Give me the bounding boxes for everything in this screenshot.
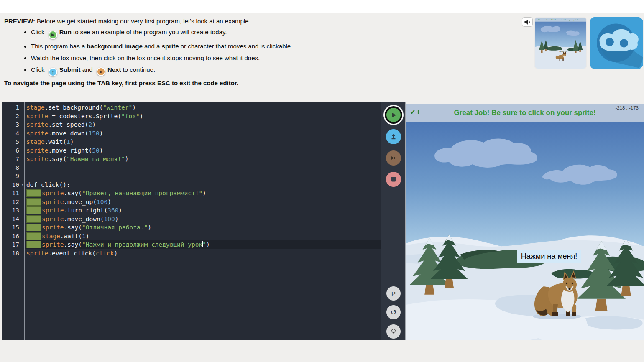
bullet-text: Submit <box>59 66 81 73</box>
code-line-7[interactable]: 7sprite.say("Нажми на меня!") <box>2 155 381 163</box>
check-plus-icon: ✓+ <box>410 107 421 117</box>
code-text[interactable]: sprite.move_down(150) <box>24 129 381 138</box>
codesters-logo <box>590 17 643 69</box>
indent-block <box>26 189 41 197</box>
bullet-program: This program has a background image and … <box>31 42 514 51</box>
codesters-logo-thumbnail[interactable] <box>590 17 643 69</box>
stop-button[interactable] <box>386 172 401 187</box>
line-number: 2 <box>2 112 24 121</box>
code-text[interactable]: sprite = codesters.Sprite("fox") <box>24 112 381 121</box>
bullet-text: and <box>81 66 95 73</box>
indent-block <box>26 206 41 214</box>
code-text[interactable]: sprite.say("Нажми и продолжим следующий … <box>24 240 381 249</box>
tab-note: To navigate the page using the TAB key, … <box>4 79 514 87</box>
line-number: 4 <box>2 129 24 138</box>
stage-header: ✓+ Great Job! Be sure to click on your s… <box>406 104 644 122</box>
example-preview-thumbnail[interactable]: ✓+ Great Job! Be sure to click on your s… <box>534 17 587 69</box>
line-number: 5 <box>2 138 24 146</box>
code-text[interactable]: sprite.say("Привет, начинающий программи… <box>24 189 381 198</box>
code-line-2[interactable]: 2sprite = codesters.Sprite("fox") <box>2 112 381 121</box>
bullet-text: background image <box>87 43 142 50</box>
code-line-9[interactable]: 9 <box>2 172 381 181</box>
hint-button[interactable] <box>386 324 401 339</box>
code-line-10[interactable]: 10▾def click(): <box>2 181 381 189</box>
p-button[interactable]: P <box>386 286 401 301</box>
bullet-text: or character that moves and is clickable… <box>179 43 292 50</box>
line-number: 3 <box>2 120 24 129</box>
code-text[interactable]: sprite.move_down(100) <box>24 215 381 224</box>
code-text[interactable]: sprite.event_click(click) <box>24 249 381 258</box>
line-number: 10▾ <box>2 181 24 189</box>
line-number: 16 <box>2 232 24 241</box>
reset-icon: ↺ <box>390 308 396 316</box>
bullet-submit-next: Click ↑Submit and »Next to continue. <box>31 65 514 76</box>
editor-panel: 1stage.set_background("winter")2sprite =… <box>2 102 406 340</box>
bullet-text: Run <box>59 28 72 36</box>
next-icon: » <box>97 67 105 76</box>
gutter-divider <box>24 102 25 340</box>
code-line-17[interactable]: 17sprite.say("Нажми и продолжим следующи… <box>2 240 381 249</box>
upload-icon <box>390 133 397 140</box>
line-number: 14 <box>2 215 24 224</box>
audio-button[interactable] <box>522 17 533 27</box>
page: { "instructions": { "preview_label": "PR… <box>0 0 644 362</box>
line-number: 9 <box>2 172 24 181</box>
fold-icon[interactable]: ▾ <box>21 181 24 189</box>
code-line-12[interactable]: 12sprite.move_up(100) <box>2 198 381 206</box>
preview-label: PREVIEW: <box>4 18 35 25</box>
code-line-18[interactable]: 18sprite.event_click(click) <box>2 249 381 258</box>
code-line-5[interactable]: 5stage.wait(1) <box>2 138 381 146</box>
code-text[interactable] <box>24 163 381 172</box>
code-line-1[interactable]: 1stage.set_background("winter") <box>2 103 381 112</box>
code-text[interactable]: sprite.say("Отличная работа.") <box>24 223 381 232</box>
code-text[interactable]: sprite.turn_right(360) <box>24 206 381 215</box>
line-number: 1 <box>2 103 24 112</box>
bullet-run: Click ▶Run to see an example of the prog… <box>31 28 514 39</box>
top-strip <box>0 0 644 13</box>
code-line-11[interactable]: 11sprite.say("Привет, начинающий програм… <box>2 189 381 198</box>
run-button[interactable] <box>386 108 401 122</box>
next-button[interactable] <box>386 150 401 166</box>
preview-text: Before we get started making our very fi… <box>37 18 250 25</box>
submit-icon: ↑ <box>49 68 57 76</box>
code-text[interactable]: sprite.say("Нажми на меня!") <box>24 155 381 163</box>
code-line-8[interactable]: 8 <box>2 163 381 172</box>
lightbulb-icon <box>390 328 397 335</box>
reset-button[interactable]: ↺ <box>386 305 401 319</box>
bullet-text: sprite <box>162 43 179 50</box>
bullet-text: This program has a <box>31 43 87 50</box>
line-number: 15 <box>2 223 24 232</box>
code-line-3[interactable]: 3sprite.set_speed(2) <box>2 120 381 129</box>
instruction-bullets: Click ▶Run to see an example of the prog… <box>0 28 514 76</box>
code-text[interactable] <box>24 172 381 181</box>
stage-message: Great Job! Be sure to click on your spri… <box>454 109 595 117</box>
indent-block <box>26 215 41 223</box>
submit-button[interactable] <box>386 129 401 144</box>
code-line-15[interactable]: 15sprite.say("Отличная работа.") <box>2 223 381 232</box>
indent-block <box>26 224 41 231</box>
bullet-watch-fox: Watch the fox move, then click on the fo… <box>31 54 514 63</box>
code-text[interactable]: stage.wait(1) <box>24 232 381 241</box>
code-text[interactable]: def click(): <box>24 181 381 189</box>
mini-scene: ✓+ Great Job! Be sure to click on your s… <box>535 18 586 69</box>
code-line-4[interactable]: 4sprite.move_down(150) <box>2 129 381 138</box>
code-line-6[interactable]: 6sprite.move_right(50) <box>2 146 381 155</box>
speech-text: Нажми на меня! <box>521 252 578 260</box>
stage: ✓+ Great Job! Be sure to click on your s… <box>406 104 644 340</box>
bullet-text: and a <box>143 43 162 50</box>
code-editor[interactable]: 1stage.set_background("winter")2sprite =… <box>2 102 381 340</box>
indent-block <box>26 198 41 206</box>
play-icon <box>391 112 397 118</box>
code-text[interactable]: stage.set_background("winter") <box>24 103 381 112</box>
indent-block <box>26 232 41 240</box>
code-line-16[interactable]: 16stage.wait(1) <box>2 232 381 241</box>
code-text[interactable]: sprite.move_right(50) <box>24 146 381 155</box>
code-text[interactable]: sprite.set_speed(2) <box>24 120 381 129</box>
code-line-13[interactable]: 13sprite.turn_right(360) <box>2 206 381 215</box>
p-button-label: P <box>391 290 396 297</box>
line-number: 6 <box>2 146 24 155</box>
code-line-14[interactable]: 14sprite.move_down(100) <box>2 215 381 224</box>
code-text[interactable]: stage.wait(1) <box>24 138 381 146</box>
code-text[interactable]: sprite.move_up(100) <box>24 198 381 206</box>
stage-scene[interactable]: Нажми на меня! <box>406 122 644 340</box>
